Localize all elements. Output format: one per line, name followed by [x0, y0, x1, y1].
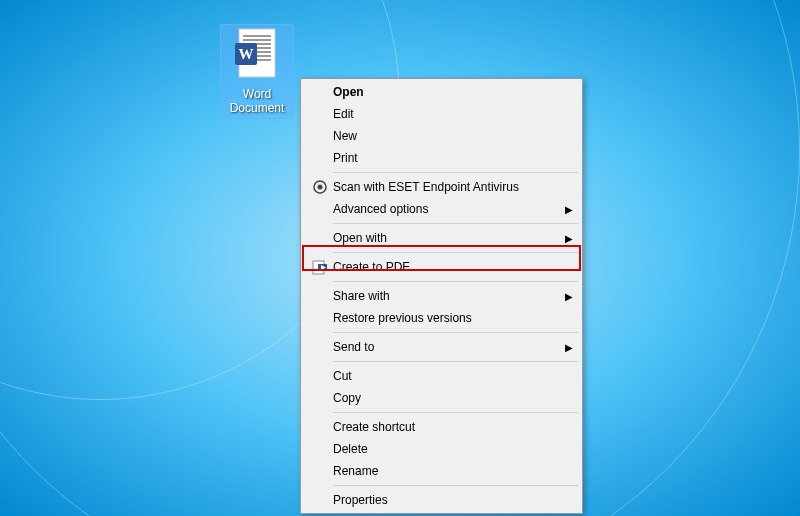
- menu-separator: [333, 223, 578, 224]
- menu-item-share-with[interactable]: Share with ▶: [303, 285, 580, 307]
- menu-separator: [333, 412, 578, 413]
- desktop-icon-label: Word Document: [223, 87, 291, 116]
- menu-item-restore-previous-versions[interactable]: Restore previous versions: [303, 307, 580, 329]
- menu-separator: [333, 332, 578, 333]
- menu-separator: [333, 485, 578, 486]
- menu-item-scan-eset[interactable]: Scan with ESET Endpoint Antivirus: [303, 176, 580, 198]
- menu-item-rename[interactable]: Rename: [303, 460, 580, 482]
- menu-item-label: Restore previous versions: [333, 311, 576, 325]
- menu-item-advanced-options[interactable]: Advanced options ▶: [303, 198, 580, 220]
- menu-item-label: Cut: [333, 369, 576, 383]
- menu-item-label: Properties: [333, 493, 576, 507]
- submenu-arrow-icon: ▶: [562, 342, 576, 353]
- menu-item-create-shortcut[interactable]: Create shortcut: [303, 416, 580, 438]
- menu-item-cut[interactable]: Cut: [303, 365, 580, 387]
- menu-item-label: New: [333, 129, 576, 143]
- menu-item-label: Open with: [333, 231, 562, 245]
- menu-item-label: Create to PDF: [333, 260, 576, 274]
- menu-item-label: Delete: [333, 442, 576, 456]
- menu-item-create-to-pdf[interactable]: Create to PDF: [303, 256, 580, 278]
- eset-icon: [307, 180, 333, 194]
- svg-point-11: [318, 185, 323, 190]
- menu-item-label: Share with: [333, 289, 562, 303]
- word-document-icon: W: [233, 27, 281, 83]
- desktop-icon-word-document[interactable]: W Word Document: [220, 24, 294, 119]
- menu-item-label: Copy: [333, 391, 576, 405]
- menu-item-label: Edit: [333, 107, 576, 121]
- context-menu: Open Edit New Print Scan with ESET Endpo…: [300, 78, 583, 514]
- menu-item-send-to[interactable]: Send to ▶: [303, 336, 580, 358]
- menu-item-copy[interactable]: Copy: [303, 387, 580, 409]
- menu-separator: [333, 172, 578, 173]
- svg-rect-1: [243, 35, 271, 37]
- menu-item-label: Advanced options: [333, 202, 562, 216]
- menu-item-label: Print: [333, 151, 576, 165]
- menu-item-print[interactable]: Print: [303, 147, 580, 169]
- menu-item-open-with[interactable]: Open with ▶: [303, 227, 580, 249]
- svg-text:W: W: [239, 46, 254, 62]
- menu-separator: [333, 252, 578, 253]
- menu-separator: [333, 361, 578, 362]
- menu-separator: [333, 281, 578, 282]
- menu-item-open[interactable]: Open: [303, 81, 580, 103]
- menu-item-properties[interactable]: Properties: [303, 489, 580, 511]
- submenu-arrow-icon: ▶: [562, 204, 576, 215]
- submenu-arrow-icon: ▶: [562, 233, 576, 244]
- menu-item-edit[interactable]: Edit: [303, 103, 580, 125]
- menu-item-delete[interactable]: Delete: [303, 438, 580, 460]
- menu-item-label: Open: [333, 85, 576, 99]
- menu-item-label: Send to: [333, 340, 562, 354]
- svg-rect-2: [243, 39, 271, 41]
- pdf-icon: [307, 259, 333, 275]
- menu-item-new[interactable]: New: [303, 125, 580, 147]
- menu-item-label: Scan with ESET Endpoint Antivirus: [333, 180, 576, 194]
- menu-item-label: Create shortcut: [333, 420, 576, 434]
- submenu-arrow-icon: ▶: [562, 291, 576, 302]
- menu-item-label: Rename: [333, 464, 576, 478]
